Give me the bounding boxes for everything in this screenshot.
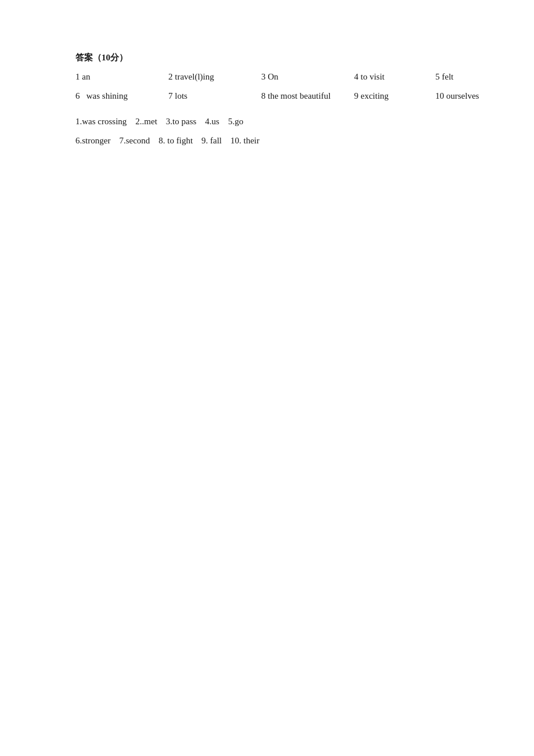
answer-5: 5 felt xyxy=(435,69,493,85)
answer-s1: 1.was crossing 2..met 3.to pass 4.us 5.g… xyxy=(75,117,243,126)
second-row-2: 6.stronger 7.second 8. to fight 9. fall … xyxy=(75,132,459,149)
answer-6: 6 was shining xyxy=(75,88,168,104)
answer-s2: 6.stronger 7.second 8. to fight 9. fall … xyxy=(75,136,259,145)
answer-4: 4 to visit xyxy=(354,69,435,85)
section-gap: 1.was crossing 2..met 3.to pass 4.us 5.g… xyxy=(75,113,459,149)
answer-2: 2 travel(l)ing xyxy=(168,69,261,85)
second-row-1: 1.was crossing 2..met 3.to pass 4.us 5.g… xyxy=(75,113,459,130)
page-content: 答案（10分） 1 an 2 travel(l)ing 3 On 4 to vi… xyxy=(0,0,534,186)
answer-row-2: 6 was shining 7 lots 8 the most beautifu… xyxy=(75,88,459,104)
answer-row-1: 1 an 2 travel(l)ing 3 On 4 to visit 5 fe… xyxy=(75,69,459,85)
answer-1: 1 an xyxy=(75,69,168,85)
answer-7: 7 lots xyxy=(168,88,261,104)
answer-9: 9 exciting xyxy=(354,88,435,104)
answer-8: 8 the most beautiful xyxy=(261,88,354,104)
answer-3: 3 On xyxy=(261,69,354,85)
section-title: 答案（10分） xyxy=(75,52,459,63)
answer-10: 10 ourselves xyxy=(435,88,493,104)
